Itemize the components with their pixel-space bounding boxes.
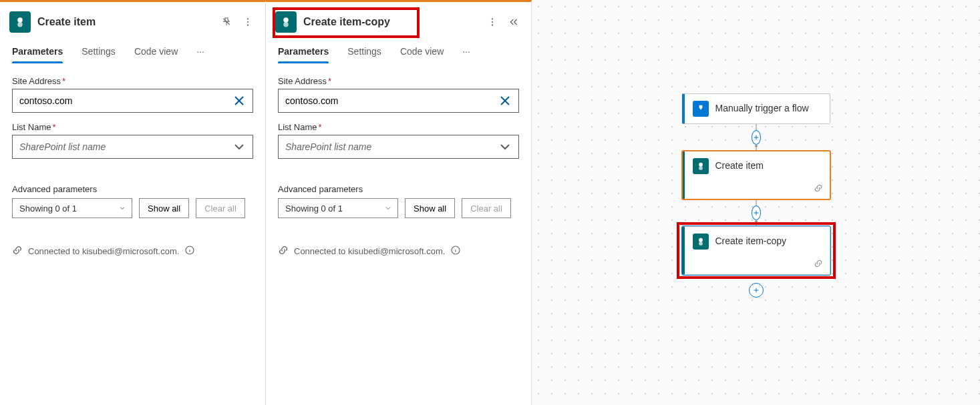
list-name-label: List Name* xyxy=(12,122,253,132)
connection-row: Connected to kisubedi@microsoft.com. xyxy=(0,230,265,272)
header-actions xyxy=(218,14,256,30)
advanced-controls: Showing 0 of 1 Show all Clear all xyxy=(278,198,519,218)
clear-icon[interactable] xyxy=(231,93,247,109)
add-step-button[interactable] xyxy=(752,206,761,220)
list-name-combo[interactable]: SharePoint list name xyxy=(278,135,519,159)
svg-point-8 xyxy=(492,18,493,19)
add-step-button[interactable] xyxy=(752,130,761,145)
tab-settings[interactable]: Settings xyxy=(347,46,381,63)
sharepoint-icon xyxy=(693,234,709,250)
node-trigger[interactable]: Manually trigger a flow xyxy=(682,93,830,124)
unpin-button[interactable] xyxy=(218,14,234,30)
svg-point-9 xyxy=(492,21,493,23)
node-create-item[interactable]: Create item xyxy=(682,151,830,199)
connection-row: Connected to kisubedi@microsoft.com. xyxy=(266,230,531,272)
link-icon xyxy=(814,183,823,195)
form-body: Site Address* List Name* SharePoint list… xyxy=(266,64,531,230)
svg-point-12 xyxy=(699,163,703,167)
advanced-label: Advanced parameters xyxy=(12,184,253,194)
tab-parameters[interactable]: Parameters xyxy=(12,46,63,63)
svg-point-2 xyxy=(247,18,249,19)
sharepoint-icon xyxy=(275,11,297,33)
field-list-name: List Name* SharePoint list name xyxy=(12,122,253,159)
advanced-label: Advanced parameters xyxy=(278,184,519,194)
header-actions xyxy=(484,14,522,30)
flow-column: Manually trigger a flow Create item xyxy=(682,93,830,298)
collapse-button[interactable] xyxy=(506,14,522,30)
advanced-showing-text: Showing 0 of 1 xyxy=(19,204,77,214)
field-list-name: List Name* SharePoint list name xyxy=(278,122,519,159)
tab-settings[interactable]: Settings xyxy=(81,46,116,63)
sharepoint-icon xyxy=(693,158,709,174)
info-icon[interactable] xyxy=(184,245,195,258)
link-icon xyxy=(814,259,823,270)
sharepoint-icon xyxy=(9,11,31,33)
clear-icon[interactable] xyxy=(497,93,513,109)
more-button[interactable] xyxy=(484,14,500,30)
link-icon xyxy=(12,245,23,258)
clear-all-button: Clear all xyxy=(462,198,511,218)
more-button[interactable] xyxy=(240,14,256,30)
show-all-button[interactable]: Show all xyxy=(139,198,189,218)
chevron-down-icon[interactable] xyxy=(231,139,247,155)
panel-title: Create item-copy xyxy=(303,16,478,28)
site-address-combo[interactable] xyxy=(278,89,519,113)
list-name-combo[interactable]: SharePoint list name xyxy=(12,135,253,159)
svg-point-3 xyxy=(247,21,249,23)
panel-create-item-copy: Create item-copy Parameters Settings Cod… xyxy=(266,0,532,405)
list-name-placeholder: SharePoint list name xyxy=(19,141,231,152)
edge xyxy=(756,199,757,226)
field-site-address: Site Address* xyxy=(12,76,253,113)
list-name-placeholder: SharePoint list name xyxy=(285,141,497,152)
panel-create-item: Create item Parameters Settings Code vie… xyxy=(0,0,266,405)
connection-text: Connected to kisubedi@microsoft.com. xyxy=(294,246,445,256)
svg-point-13 xyxy=(699,166,703,170)
show-all-button[interactable]: Show all xyxy=(405,198,455,218)
svg-point-7 xyxy=(283,22,289,27)
advanced-showing-text: Showing 0 of 1 xyxy=(285,204,343,214)
advanced-controls: Showing 0 of 1 Show all Clear all xyxy=(12,198,253,218)
site-address-label: Site Address* xyxy=(278,76,519,86)
tab-codeview[interactable]: Code view xyxy=(400,46,444,63)
site-address-input[interactable] xyxy=(285,95,497,106)
node-footer xyxy=(685,256,830,274)
svg-point-1 xyxy=(17,22,23,27)
svg-point-14 xyxy=(699,238,703,242)
trigger-label: Manually trigger a flow xyxy=(715,103,809,115)
tabs: Parameters Settings Code view ··· xyxy=(0,39,265,64)
tab-more[interactable]: ··· xyxy=(196,46,204,63)
svg-point-6 xyxy=(283,17,289,23)
node-label: Create item xyxy=(715,160,764,172)
flow-canvas[interactable]: Manually trigger a flow Create item xyxy=(532,0,980,405)
site-address-input[interactable] xyxy=(19,95,231,106)
site-address-label: Site Address* xyxy=(12,76,253,86)
info-icon[interactable] xyxy=(450,245,461,258)
node-footer xyxy=(685,181,830,199)
form-body: Site Address* List Name* SharePoint list… xyxy=(0,64,265,230)
panel-title: Create item xyxy=(37,16,212,28)
advanced-parameters: Advanced parameters Showing 0 of 1 Show … xyxy=(12,184,253,218)
tab-more[interactable]: ··· xyxy=(462,46,470,63)
advanced-showing-combo[interactable]: Showing 0 of 1 xyxy=(12,198,132,218)
link-icon xyxy=(278,245,289,258)
edge xyxy=(756,124,757,151)
svg-point-10 xyxy=(492,25,493,26)
trigger-icon xyxy=(693,101,709,117)
panel-header: Create item-copy xyxy=(266,2,531,39)
panel-header: Create item xyxy=(0,2,265,39)
tabs: Parameters Settings Code view ··· xyxy=(266,39,531,64)
tab-parameters[interactable]: Parameters xyxy=(278,46,329,63)
tab-codeview[interactable]: Code view xyxy=(134,46,178,63)
svg-point-0 xyxy=(17,17,23,23)
field-site-address: Site Address* xyxy=(278,76,519,113)
clear-all-button: Clear all xyxy=(196,198,245,218)
add-step-button[interactable] xyxy=(749,283,764,298)
svg-point-15 xyxy=(699,242,703,246)
advanced-showing-combo[interactable]: Showing 0 of 1 xyxy=(278,198,398,218)
node-create-item-copy[interactable]: Create item-copy xyxy=(682,226,830,275)
node-label: Create item-copy xyxy=(715,236,787,248)
chevron-down-icon[interactable] xyxy=(497,139,513,155)
site-address-combo[interactable] xyxy=(12,89,253,113)
list-name-label: List Name* xyxy=(278,122,519,132)
connection-text: Connected to kisubedi@microsoft.com. xyxy=(28,246,179,256)
